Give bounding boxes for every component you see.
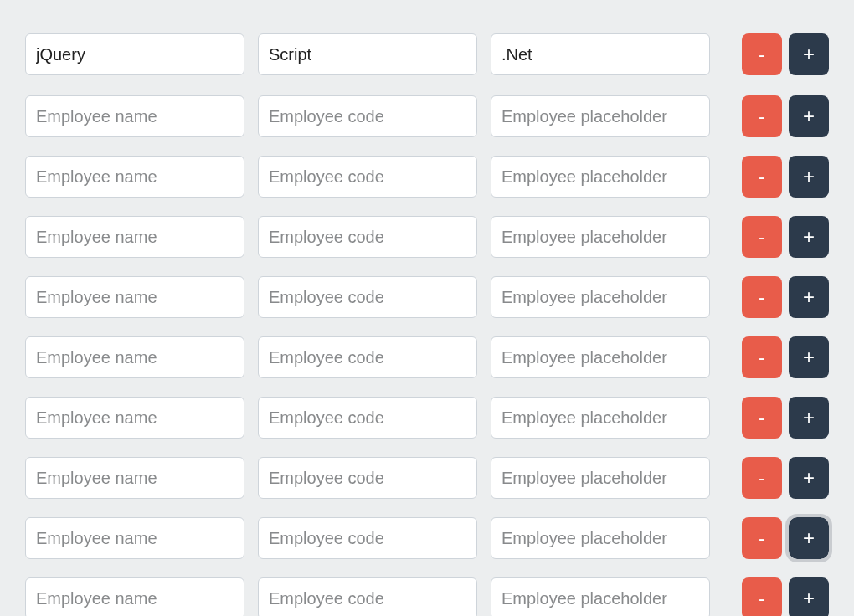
remove-row-button[interactable]: - [742,33,782,75]
form-cell [491,216,710,258]
form-row: -+ [25,276,829,318]
remove-row-button[interactable]: - [742,276,782,318]
employee-extra-field[interactable] [491,33,710,75]
add-row-button[interactable]: + [789,336,829,378]
form-row: -+ [25,95,829,137]
employee-extra-field[interactable] [491,457,710,499]
employee-name-field[interactable] [25,578,244,616]
form-cell [491,517,710,559]
employee-code-field[interactable] [258,397,477,439]
employee-code-field[interactable] [258,517,477,559]
employee-code-field[interactable] [258,216,477,258]
form-container: -+-+-+-+-+-+-+-+-+-+ [0,0,854,616]
employee-code-field[interactable] [258,156,477,198]
employee-extra-field[interactable] [491,276,710,318]
form-cell [258,216,477,258]
form-cell [491,457,710,499]
form-cell [25,216,244,258]
employee-code-field[interactable] [258,336,477,378]
form-cell [491,578,710,616]
remove-row-button[interactable]: - [742,578,782,616]
form-row: -+ [25,156,829,198]
form-row: -+ [25,216,829,258]
form-cell [491,336,710,378]
remove-row-button[interactable]: - [742,95,782,137]
row-actions: -+ [742,336,829,378]
row-actions: -+ [742,397,829,439]
form-row: -+ [25,578,829,616]
form-cell [258,457,477,499]
employee-code-field[interactable] [258,276,477,318]
form-cell [491,397,710,439]
form-cell [258,336,477,378]
add-row-button[interactable]: + [789,33,829,75]
remove-row-button[interactable]: - [742,216,782,258]
remove-row-button[interactable]: - [742,397,782,439]
employee-extra-field[interactable] [491,216,710,258]
form-cell [491,95,710,137]
add-row-button[interactable]: + [789,156,829,198]
form-cell [25,95,244,137]
form-cell [491,276,710,318]
form-cell [25,397,244,439]
employee-name-field[interactable] [25,156,244,198]
form-row: -+ [25,517,829,559]
employee-name-field[interactable] [25,276,244,318]
form-row: -+ [25,336,829,378]
employee-name-field[interactable] [25,457,244,499]
employee-extra-field[interactable] [491,517,710,559]
remove-row-button[interactable]: - [742,156,782,198]
employee-extra-field[interactable] [491,95,710,137]
remove-row-button[interactable]: - [742,457,782,499]
row-actions: -+ [742,276,829,318]
form-cell [258,517,477,559]
add-row-button[interactable]: + [789,457,829,499]
add-row-button[interactable]: + [789,578,829,616]
row-actions: -+ [742,578,829,616]
row-actions: -+ [742,156,829,198]
employee-extra-field[interactable] [491,397,710,439]
employee-name-field[interactable] [25,397,244,439]
form-cell [258,397,477,439]
form-cell [25,276,244,318]
employee-extra-field[interactable] [491,156,710,198]
add-row-button[interactable]: + [789,276,829,318]
form-cell [25,517,244,559]
form-row: -+ [25,33,829,75]
row-actions: -+ [742,95,829,137]
row-actions: -+ [742,33,829,75]
form-cell [25,578,244,616]
remove-row-button[interactable]: - [742,336,782,378]
employee-name-field[interactable] [25,33,244,75]
form-row: -+ [25,457,829,499]
employee-code-field[interactable] [258,95,477,137]
form-cell [258,156,477,198]
employee-name-field[interactable] [25,336,244,378]
form-cell [491,33,710,75]
row-actions: -+ [742,457,829,499]
form-cell [491,156,710,198]
form-cell [258,33,477,75]
form-cell [258,95,477,137]
form-cell [258,276,477,318]
employee-name-field[interactable] [25,216,244,258]
form-cell [25,457,244,499]
employee-name-field[interactable] [25,517,244,559]
form-cell [258,578,477,616]
form-cell [25,156,244,198]
add-row-button[interactable]: + [789,397,829,439]
row-actions: -+ [742,517,829,559]
form-cell [25,336,244,378]
employee-extra-field[interactable] [491,578,710,616]
form-row: -+ [25,397,829,439]
employee-code-field[interactable] [258,578,477,616]
employee-code-field[interactable] [258,33,477,75]
employee-code-field[interactable] [258,457,477,499]
remove-row-button[interactable]: - [742,517,782,559]
add-row-button[interactable]: + [789,216,829,258]
row-actions: -+ [742,216,829,258]
add-row-button[interactable]: + [789,95,829,137]
employee-name-field[interactable] [25,95,244,137]
employee-extra-field[interactable] [491,336,710,378]
add-row-button[interactable]: + [789,517,829,559]
